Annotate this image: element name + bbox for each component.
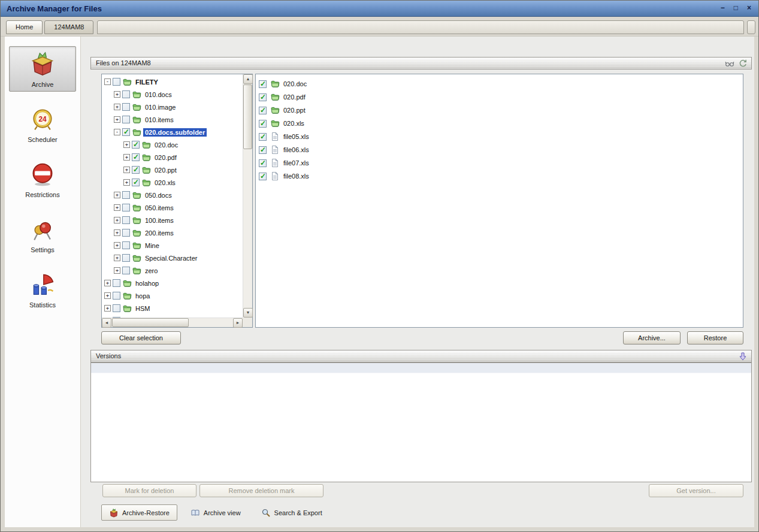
file-list-item[interactable]: 020.pdf xyxy=(259,90,743,104)
checkbox[interactable] xyxy=(122,116,130,123)
tree-item[interactable]: +010.docs xyxy=(103,88,243,101)
bottom-tab-search-export[interactable]: Search & Export xyxy=(254,504,329,521)
tree-item-label[interactable]: FILETY xyxy=(134,78,160,86)
tree-item-label[interactable]: 010.docs xyxy=(143,90,174,99)
sidebar-item-archive[interactable]: Archive xyxy=(9,46,76,92)
checkbox[interactable] xyxy=(259,133,267,141)
tree-item[interactable]: -FILETY xyxy=(103,75,243,88)
tree-item[interactable]: +100.items xyxy=(103,214,243,226)
file-item-label[interactable]: 020.xls xyxy=(282,119,306,128)
tree-item[interactable]: +050.docs xyxy=(103,189,243,201)
tree-item-label[interactable]: 020.xls xyxy=(153,179,177,187)
tree-item[interactable]: +010.items xyxy=(103,113,243,126)
expand-icon[interactable]: + xyxy=(114,192,120,198)
checkbox[interactable] xyxy=(122,267,130,274)
file-item-label[interactable]: file07.xls xyxy=(282,159,311,167)
scroll-up-icon[interactable]: ▲ xyxy=(243,74,253,84)
tree-item-label[interactable]: 050.items xyxy=(143,204,176,212)
file-item-label[interactable]: 020.pdf xyxy=(282,93,307,101)
scroll-down-icon[interactable]: ▼ xyxy=(243,308,253,318)
tree-item-label[interactable]: 020.doc xyxy=(153,141,180,149)
expand-icon[interactable]: + xyxy=(123,167,130,173)
checkbox[interactable] xyxy=(122,90,130,98)
file-item-label[interactable]: file08.xls xyxy=(282,172,311,180)
checkbox[interactable] xyxy=(132,141,140,149)
bottom-tab-archive-view[interactable]: Archive view xyxy=(183,504,248,521)
tree-item-label[interactable]: zero xyxy=(143,267,159,275)
expand-icon[interactable]: + xyxy=(104,305,111,312)
file-list-item[interactable]: 020.ppt xyxy=(259,104,743,117)
file-list-item[interactable]: 020.xls xyxy=(259,117,743,130)
minimize-button[interactable]: − xyxy=(721,4,725,12)
tree-item[interactable]: +holahop xyxy=(103,277,243,289)
file-list-item[interactable]: file08.xls xyxy=(259,170,743,183)
checkbox[interactable] xyxy=(122,128,130,136)
checkbox[interactable] xyxy=(259,146,267,154)
tree-item-label[interactable]: 020.pdf xyxy=(153,153,179,162)
close-button[interactable]: × xyxy=(747,4,751,12)
file-item-label[interactable]: 020.ppt xyxy=(282,106,307,114)
checkbox[interactable] xyxy=(113,304,120,312)
checkbox[interactable] xyxy=(122,191,130,199)
tree-item-label[interactable]: HSM xyxy=(134,304,152,313)
tree-item-label[interactable]: 100.items xyxy=(143,216,176,225)
file-item-label[interactable]: file05.xls xyxy=(282,132,311,141)
file-item-label[interactable]: 020.doc xyxy=(282,80,309,88)
tree-item[interactable]: +Special.Character xyxy=(103,252,243,264)
tree-item-label[interactable]: hopa xyxy=(134,292,152,300)
checkbox[interactable] xyxy=(259,120,267,128)
expand-icon[interactable]: + xyxy=(114,229,120,236)
collapse-icon[interactable]: - xyxy=(114,129,120,135)
tab-124mam8[interactable]: 124MAM8 xyxy=(44,20,93,34)
expand-icon[interactable]: + xyxy=(114,217,120,223)
checkbox[interactable] xyxy=(122,254,130,262)
sidebar-item-restrictions[interactable]: Restrictions xyxy=(9,156,76,202)
tree-item-label[interactable]: Mine xyxy=(143,241,161,250)
checkbox[interactable] xyxy=(113,78,120,86)
versions-empty-row[interactable] xyxy=(91,363,751,373)
tree-item-label[interactable]: 010.items xyxy=(143,116,176,124)
checkbox[interactable] xyxy=(122,241,130,249)
tree-item-label[interactable]: 200.items xyxy=(143,229,176,237)
tree-vertical-scrollbar[interactable]: ▲ ▼ xyxy=(243,74,252,318)
expand-icon[interactable]: + xyxy=(114,267,120,274)
view-icon[interactable] xyxy=(725,59,734,68)
expand-icon[interactable]: + xyxy=(114,255,120,261)
tree-item-label[interactable]: 010.image xyxy=(143,103,177,111)
tree-item-label[interactable]: 050.docs xyxy=(143,191,174,200)
horizontal-scroll-thumb[interactable] xyxy=(112,318,189,327)
checkbox[interactable] xyxy=(259,93,267,101)
checkbox[interactable] xyxy=(259,159,267,167)
tree-item[interactable]: +050.items xyxy=(103,201,243,214)
checkbox[interactable] xyxy=(132,179,140,186)
get-version-button[interactable]: Get version... xyxy=(649,484,743,497)
checkbox[interactable] xyxy=(132,153,140,161)
tab-home[interactable]: Home xyxy=(6,20,43,34)
tree-item[interactable]: +020.xls xyxy=(103,176,243,189)
checkbox[interactable] xyxy=(122,229,130,237)
file-list-item[interactable]: file05.xls xyxy=(259,130,743,143)
tree-item[interactable]: +HSM xyxy=(103,302,243,315)
tree-item[interactable]: +010.image xyxy=(103,101,243,113)
tree-item[interactable]: +Mine xyxy=(103,239,243,252)
checkbox[interactable] xyxy=(122,204,130,211)
scroll-left-icon[interactable]: ◄ xyxy=(102,318,111,328)
remove-deletion-mark-button[interactable]: Remove deletion mark xyxy=(199,484,323,497)
file-list-item[interactable]: file07.xls xyxy=(259,156,743,170)
checkbox[interactable] xyxy=(259,107,267,114)
tree-item[interactable]: +020.pdf xyxy=(103,151,243,164)
scroll-right-icon[interactable]: ► xyxy=(233,318,243,328)
restore-button[interactable]: Restore xyxy=(687,331,743,344)
bottom-tab-archive-restore[interactable]: Archive-Restore xyxy=(101,504,177,521)
maximize-button[interactable]: □ xyxy=(734,4,738,12)
sidebar-item-scheduler[interactable]: 24Scheduler xyxy=(9,101,76,147)
mark-for-deletion-button[interactable]: Mark for deletion xyxy=(102,484,196,497)
checkbox[interactable] xyxy=(132,166,140,174)
sidebar-item-settings[interactable]: Settings xyxy=(9,211,76,257)
checkbox[interactable] xyxy=(122,103,130,111)
expand-icon[interactable]: + xyxy=(123,141,130,148)
tree-item[interactable]: +200.items xyxy=(103,226,243,239)
refresh-icon[interactable] xyxy=(738,59,748,68)
expand-icon[interactable]: + xyxy=(114,204,120,211)
tree-item-label[interactable]: 020.docs.subfolder xyxy=(143,128,207,137)
